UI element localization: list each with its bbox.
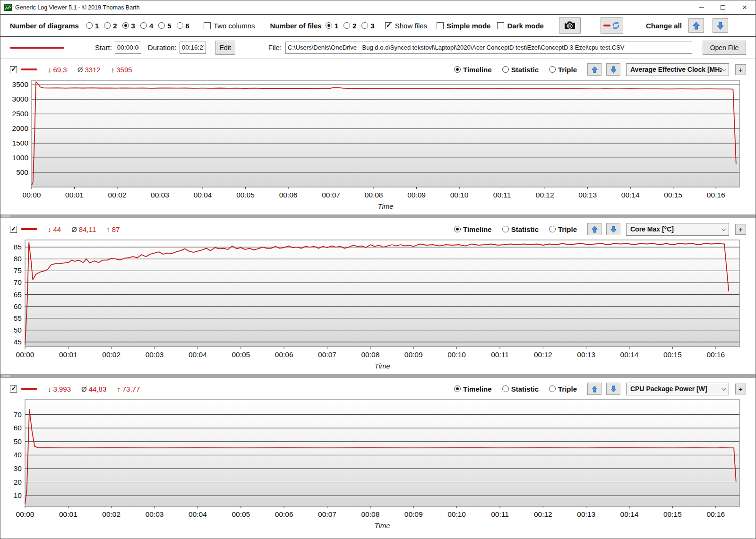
checkbox-checked-icon bbox=[10, 226, 17, 233]
diagrams-radio-1[interactable]: 1 bbox=[86, 22, 99, 30]
files-radio-3[interactable]: 3 bbox=[361, 22, 374, 30]
reset-sync-button[interactable] bbox=[601, 17, 623, 34]
statistic-radio[interactable]: Statistic bbox=[502, 66, 539, 74]
diagrams-radio-2[interactable]: 2 bbox=[104, 22, 117, 30]
simple-mode-checkbox[interactable]: Simple mode bbox=[437, 22, 490, 30]
chart-3-enable-checkbox[interactable] bbox=[10, 385, 17, 393]
file-label: File: bbox=[268, 43, 282, 51]
svg-text:50: 50 bbox=[14, 437, 22, 445]
timeline-radio[interactable]: Timeline bbox=[454, 385, 492, 393]
metric-down-button[interactable] bbox=[606, 63, 620, 76]
duration-input[interactable] bbox=[180, 42, 206, 54]
svg-text:00:04: 00:04 bbox=[189, 351, 207, 359]
radio-icon bbox=[158, 22, 165, 29]
metric-down-button[interactable] bbox=[606, 223, 620, 235]
arrow-up-icon bbox=[591, 385, 598, 393]
svg-text:00:05: 00:05 bbox=[232, 510, 250, 518]
svg-text:00:09: 00:09 bbox=[404, 510, 423, 518]
sync-arrows-icon bbox=[612, 21, 620, 30]
svg-text:00:16: 00:16 bbox=[706, 351, 725, 359]
series-color-sample bbox=[21, 68, 37, 70]
svg-text:30: 30 bbox=[14, 464, 22, 472]
chevron-down-icon bbox=[722, 386, 726, 391]
arrow-up-icon bbox=[591, 66, 598, 73]
diagrams-radio-4[interactable]: 4 bbox=[140, 22, 153, 30]
svg-text:75: 75 bbox=[14, 266, 22, 274]
svg-text:00:10: 00:10 bbox=[447, 510, 466, 518]
panel-separator[interactable] bbox=[0, 374, 756, 378]
panel-separator[interactable] bbox=[0, 214, 756, 218]
metric-dropdown[interactable]: CPU Package Power [W] bbox=[626, 383, 729, 395]
two-columns-checkbox[interactable]: Two columns bbox=[204, 22, 255, 30]
add-series-button[interactable]: + bbox=[735, 64, 746, 75]
triple-radio[interactable]: Triple bbox=[549, 66, 577, 74]
metric-dropdown[interactable]: Average Effective Clock [MHz] bbox=[626, 63, 729, 76]
minimize-icon bbox=[699, 7, 704, 8]
metric-dropdown[interactable]: Core Max [°C] bbox=[626, 223, 729, 236]
metric-down-button[interactable] bbox=[606, 383, 620, 395]
metric-up-button[interactable] bbox=[587, 63, 601, 76]
timeline-radio[interactable]: Timeline bbox=[454, 66, 492, 74]
app-logo-icon bbox=[4, 4, 12, 11]
close-button[interactable]: × bbox=[734, 0, 756, 14]
maximize-icon bbox=[721, 5, 725, 10]
show-files-checkbox[interactable]: Show files bbox=[385, 22, 427, 30]
metric-up-button[interactable] bbox=[587, 223, 601, 235]
svg-text:00:12: 00:12 bbox=[536, 191, 554, 199]
open-file-button[interactable]: Open File bbox=[703, 41, 746, 55]
files-radio-1[interactable]: 1 bbox=[326, 22, 338, 30]
svg-text:00:04: 00:04 bbox=[194, 191, 212, 199]
radio-icon bbox=[86, 22, 93, 29]
titlebar: Generic Log Viewer 5.1 - © 2019 Thomas B… bbox=[0, 0, 756, 15]
diagrams-radio-5[interactable]: 5 bbox=[158, 22, 171, 30]
chart-1-enable-checkbox[interactable] bbox=[10, 66, 17, 73]
chart-panel-2: ↓44 Ø84,11 ↑87 Timeline Statistic Triple… bbox=[0, 218, 756, 374]
svg-text:00:14: 00:14 bbox=[620, 510, 639, 518]
checkbox-icon bbox=[437, 22, 444, 29]
avg-stat: Ø44,83 bbox=[81, 385, 106, 393]
triple-radio[interactable]: Triple bbox=[549, 385, 577, 393]
svg-text:500: 500 bbox=[16, 168, 28, 176]
radio-icon bbox=[177, 22, 183, 29]
chart-3-plot: 1020304050607000:0000:0100:0200:0300:040… bbox=[7, 397, 747, 534]
camera-icon bbox=[564, 21, 576, 30]
arrow-down-icon bbox=[610, 226, 617, 233]
edit-button[interactable]: Edit bbox=[215, 41, 235, 55]
start-input[interactable] bbox=[115, 42, 141, 54]
change-all-up-button[interactable] bbox=[688, 18, 704, 33]
duration-label: Duration: bbox=[148, 43, 177, 51]
diagrams-radio-3[interactable]: 3 bbox=[122, 22, 135, 30]
svg-text:40: 40 bbox=[14, 451, 22, 459]
add-series-button[interactable]: + bbox=[735, 224, 746, 235]
change-all-down-button[interactable] bbox=[713, 18, 728, 33]
chart-2-enable-checkbox[interactable] bbox=[10, 226, 17, 233]
svg-text:00:06: 00:06 bbox=[275, 351, 293, 359]
triple-radio[interactable]: Triple bbox=[549, 225, 577, 233]
svg-text:00:08: 00:08 bbox=[361, 510, 380, 518]
dark-mode-checkbox[interactable]: Dark mode bbox=[497, 22, 544, 30]
chart-1-plot: 50010001500200025003000350000:0000:0100:… bbox=[7, 77, 747, 214]
statistic-radio[interactable]: Statistic bbox=[502, 225, 539, 233]
timeline-radio[interactable]: Timeline bbox=[454, 225, 492, 233]
add-series-button[interactable]: + bbox=[735, 384, 746, 394]
chart-2-plot: 45505560657075808500:0000:0100:0200:0300… bbox=[7, 237, 747, 374]
checkbox-checked-icon bbox=[10, 66, 17, 73]
metric-up-button[interactable] bbox=[587, 383, 601, 395]
diagrams-radio-6[interactable]: 6 bbox=[177, 22, 189, 30]
svg-text:00:14: 00:14 bbox=[621, 191, 640, 199]
svg-text:00:15: 00:15 bbox=[663, 351, 682, 359]
minimize-button[interactable] bbox=[690, 0, 712, 14]
svg-text:00:09: 00:09 bbox=[404, 351, 423, 359]
screenshot-button[interactable] bbox=[559, 17, 581, 34]
chart-3-header: ↓3,993 Ø44,83 ↑73,77 Timeline Statistic … bbox=[7, 380, 756, 397]
statistic-radio[interactable]: Statistic bbox=[502, 385, 539, 393]
radio-icon bbox=[549, 226, 556, 232]
files-radio-2[interactable]: 2 bbox=[344, 22, 356, 30]
file-path-input[interactable] bbox=[285, 42, 692, 54]
svg-text:00:08: 00:08 bbox=[361, 351, 380, 359]
svg-text:00:11: 00:11 bbox=[491, 510, 509, 518]
change-all-label: Change all bbox=[646, 22, 682, 30]
maximize-button[interactable] bbox=[712, 0, 734, 14]
svg-text:70: 70 bbox=[14, 411, 22, 419]
svg-text:00:11: 00:11 bbox=[491, 351, 509, 359]
